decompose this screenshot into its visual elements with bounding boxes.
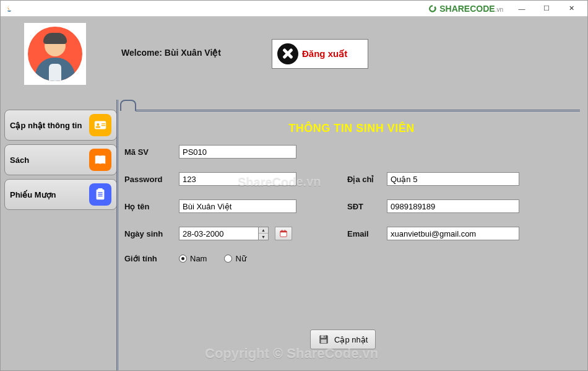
avatar <box>24 23 86 85</box>
id-card-icon <box>89 114 111 136</box>
radio-label: Nam <box>190 254 207 263</box>
close-circle-icon <box>277 43 298 64</box>
sidebar: Cập nhật thông tin Sách Phiếu Mượn <box>4 110 117 214</box>
hoten-input[interactable] <box>179 199 296 213</box>
svg-rect-16 <box>321 339 327 343</box>
sidebar-item-label: Phiếu Mượn <box>10 190 85 199</box>
maximize-button[interactable]: ☐ <box>534 1 559 16</box>
masv-label: Mã SV <box>124 147 179 157</box>
svg-point-1 <box>97 123 99 126</box>
radio-label: Nữ <box>235 254 246 263</box>
svg-rect-12 <box>282 230 282 232</box>
sidebar-item-borrow-slip[interactable]: Phiếu Mượn <box>4 179 117 210</box>
titlebar: SHARECODE.vn — ☐ ✕ <box>1 1 587 17</box>
svg-rect-7 <box>98 192 102 193</box>
brand-watermark: SHARECODE.vn <box>428 4 503 14</box>
sidebar-item-label: Cập nhật thông tin <box>10 121 85 130</box>
panel-border <box>136 110 580 111</box>
sidebar-item-label: Sách <box>10 155 85 165</box>
email-input[interactable] <box>387 227 519 240</box>
sdt-input[interactable] <box>387 199 519 213</box>
diachi-input[interactable] <box>387 172 519 186</box>
ngaysinh-input[interactable] <box>179 227 258 240</box>
sidebar-item-update-info[interactable]: Cập nhật thông tin <box>4 110 117 141</box>
svg-rect-13 <box>285 230 285 232</box>
svg-rect-3 <box>102 123 105 124</box>
java-icon <box>4 4 14 14</box>
sdt-label: SĐT <box>347 202 387 211</box>
svg-rect-2 <box>96 126 100 128</box>
book-icon <box>89 149 111 171</box>
svg-rect-17 <box>324 336 325 338</box>
welcome-text: Welcome: Bùi Xuân Việt <box>121 48 221 58</box>
ngaysinh-spinner[interactable]: ▲ ▼ <box>179 227 269 240</box>
close-button[interactable]: ✕ <box>559 1 584 16</box>
radio-nu[interactable]: Nữ <box>224 254 246 263</box>
hoten-label: Họ tên <box>124 202 179 211</box>
radio-icon <box>224 255 232 263</box>
spinner-down-icon[interactable]: ▼ <box>259 234 268 240</box>
calendar-button[interactable] <box>275 227 292 240</box>
svg-rect-8 <box>98 194 102 194</box>
ngaysinh-label: Ngày sinh <box>124 229 179 238</box>
student-info-panel: THÔNG TIN SINH VIÊN Mã SV Password Địa c… <box>124 116 579 364</box>
radio-icon <box>179 255 187 263</box>
logout-button[interactable]: Đăng xuất <box>272 39 368 69</box>
calendar-icon <box>279 229 288 238</box>
password-label: Password <box>124 175 179 184</box>
radio-nam[interactable]: Nam <box>179 254 207 263</box>
svg-rect-15 <box>321 335 326 338</box>
spinner-up-icon[interactable]: ▲ <box>259 227 268 234</box>
update-button-label: Cập nhật <box>334 335 368 344</box>
gioitinh-label: Giới tính <box>124 254 179 263</box>
masv-input[interactable] <box>179 145 296 159</box>
svg-rect-4 <box>102 125 105 126</box>
diachi-label: Địa chỉ <box>347 175 387 184</box>
svg-rect-11 <box>280 231 287 232</box>
app-content: Welcome: Bùi Xuân Việt Đăng xuất Cập nhậ… <box>1 17 587 370</box>
svg-rect-6 <box>98 188 102 191</box>
update-button[interactable]: Cập nhật <box>310 330 376 349</box>
tab-notch[interactable] <box>120 100 136 111</box>
logout-label: Đăng xuất <box>302 48 357 59</box>
svg-rect-9 <box>98 196 102 196</box>
password-input[interactable] <box>179 172 296 186</box>
sidebar-item-books[interactable]: Sách <box>4 144 117 175</box>
email-label: Email <box>347 229 387 238</box>
panel-title: THÔNG TIN SINH VIÊN <box>124 122 579 135</box>
save-icon <box>318 334 329 345</box>
minimize-button[interactable]: — <box>509 1 534 16</box>
panel-border <box>116 100 118 370</box>
clipboard-icon <box>89 183 111 206</box>
